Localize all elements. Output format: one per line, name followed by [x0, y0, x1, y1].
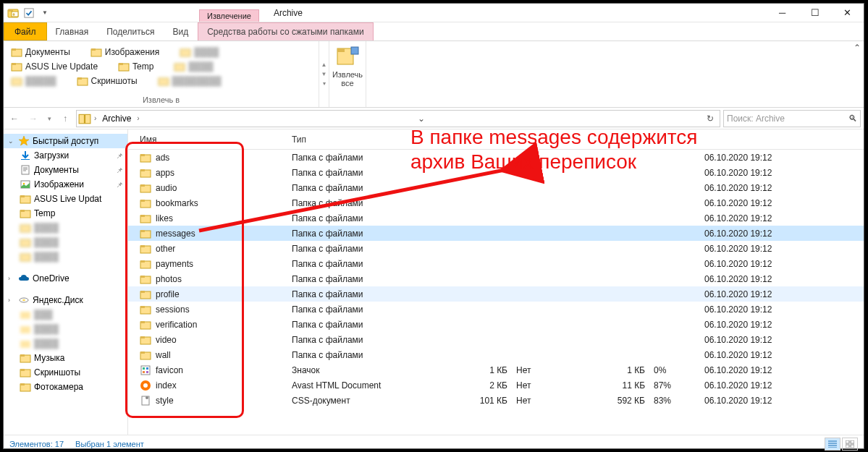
- file-rows[interactable]: adsПапка с файлами06.10.2020 19:12appsПа…: [128, 150, 864, 435]
- ribbon-tab-home[interactable]: Главная: [47, 22, 98, 40]
- scroll-up-icon[interactable]: ▲: [321, 61, 327, 68]
- nav-camera[interactable]: Фотокамера: [4, 380, 127, 394]
- file-row[interactable]: wallПапка с файлами06.10.2020 19:12: [128, 347, 864, 362]
- extract-dest[interactable]: Изображения: [89, 46, 161, 59]
- refresh-button[interactable]: ↻: [702, 114, 718, 124]
- nav-screenshots[interactable]: Скриншоты: [4, 365, 127, 380]
- svg-rect-37: [20, 326, 30, 333]
- breadcrumb-item[interactable]: Archive: [99, 111, 134, 127]
- extract-dest[interactable]: Temp: [117, 60, 155, 73]
- search-box[interactable]: Поиск: Archive 🔍︎: [723, 110, 861, 127]
- file-row[interactable]: audioПапка с файлами06.10.2020 19:12: [128, 180, 864, 195]
- breadcrumb-sep[interactable]: ›: [135, 114, 140, 122]
- col-csize[interactable]: [468, 129, 512, 149]
- extract-dest[interactable]: ████: [178, 46, 220, 59]
- nav-yandex[interactable]: ›Яндекс.Диск: [4, 293, 127, 307]
- folder-icon: [140, 304, 151, 315]
- nav-label: Музыка: [34, 353, 64, 363]
- status-count: Элементов: 17: [9, 440, 64, 448]
- scroll-down-icon[interactable]: ▼: [321, 71, 327, 77]
- col-type[interactable]: Тип: [287, 129, 468, 149]
- col-date[interactable]: [700, 129, 794, 149]
- folder-icon: [140, 289, 151, 300]
- col-name[interactable]: Имя: [128, 129, 287, 149]
- col-folder[interactable]: [512, 129, 577, 149]
- extract-dest[interactable]: ████████: [156, 74, 223, 88]
- file-row[interactable]: sessionsПапка с файлами06.10.2020 19:12: [128, 302, 864, 317]
- avast-icon: [140, 380, 151, 391]
- ribbon-tab-view[interactable]: Вид: [164, 22, 198, 40]
- zip-icon: [78, 112, 91, 125]
- nav-quick-access[interactable]: ⌄Быстрый доступ: [4, 134, 127, 148]
- recent-locations-button[interactable]: ▾: [44, 111, 54, 127]
- file-row[interactable]: otherПапка с файлами06.10.2020 19:12: [128, 241, 864, 256]
- back-button[interactable]: ←: [7, 111, 22, 127]
- nav-item[interactable]: ████: [4, 235, 127, 250]
- file-name: apps: [156, 168, 174, 178]
- ribbon-tab-file[interactable]: Файл: [4, 22, 47, 40]
- file-row[interactable]: photosПапка с файлами06.10.2020 19:12: [128, 271, 864, 286]
- address-bar[interactable]: › Archive › ⌄ ↻: [76, 110, 720, 127]
- ribbon-tab-compressed[interactable]: Средства работы со сжатыми папками: [198, 22, 374, 40]
- check-icon[interactable]: [22, 7, 35, 20]
- nav-onedrive[interactable]: ›OneDrive: [4, 271, 127, 286]
- nav-item[interactable]: ████: [4, 250, 127, 264]
- file-date: 06.10.2020 19:12: [700, 168, 794, 178]
- expand-icon[interactable]: ▾: [323, 80, 326, 87]
- nav-asus[interactable]: ASUS Live Updat: [4, 192, 127, 206]
- file-date: 06.10.2020 19:12: [700, 335, 794, 345]
- nav-item[interactable]: ████: [4, 336, 127, 351]
- ribbon-collapse-button[interactable]: ⌃: [854, 43, 861, 53]
- svg-point-79: [143, 383, 148, 388]
- file-row[interactable]: videoПапка с файлами06.10.2020 19:12: [128, 332, 864, 347]
- extract-dest[interactable]: Скриншоты: [75, 74, 139, 88]
- view-icons-button[interactable]: [842, 438, 858, 451]
- file-row[interactable]: bookmarksПапка с файлами06.10.2020 19:12: [128, 195, 864, 210]
- up-button[interactable]: ↑: [57, 111, 73, 127]
- extract-all-button[interactable]: Извлечь все: [329, 41, 366, 90]
- file-row[interactable]: paymentsПапка с файлами06.10.2020 19:12: [128, 256, 864, 271]
- navigation-pane[interactable]: ⌄Быстрый доступ Загрузки📌︎ Документы📌︎ И…: [4, 129, 128, 435]
- star-icon: [18, 135, 30, 147]
- nav-documents[interactable]: Документы📌︎: [4, 163, 127, 177]
- file-row[interactable]: faviconЗначок1 КБНет1 КБ0%06.10.2020 19:…: [128, 362, 864, 378]
- file-row[interactable]: appsПапка с файлами06.10.2020 19:12: [128, 165, 864, 180]
- nav-music[interactable]: Музыка: [4, 351, 127, 365]
- nav-temp[interactable]: Temp: [4, 206, 127, 221]
- nav-label: Документы: [34, 165, 79, 175]
- file-row[interactable]: messagesПапка с файлами06.10.2020 19:12: [128, 226, 864, 241]
- breadcrumb-sep[interactable]: ›: [93, 114, 98, 122]
- ribbon-tab-share[interactable]: Поделиться: [98, 22, 164, 40]
- chevron-down-icon[interactable]: ▼: [38, 7, 51, 20]
- nav-item[interactable]: ████: [4, 221, 127, 235]
- nav-item[interactable]: ███: [4, 307, 127, 322]
- file-row[interactable]: styleCSS-документ101 КБНет592 КБ83%06.10…: [128, 393, 864, 408]
- file-row[interactable]: verificationПапка с файлами06.10.2020 19…: [128, 317, 864, 332]
- file-row[interactable]: profileПапка с файлами06.10.2020 19:12: [128, 286, 864, 302]
- file-type: Папка с файлами: [287, 198, 468, 208]
- maximize-button[interactable]: ☐: [799, 4, 831, 22]
- history-dropdown-button[interactable]: ⌄: [413, 114, 429, 124]
- col-ratio[interactable]: [649, 129, 700, 149]
- context-tab-extract[interactable]: Извлечение: [199, 9, 259, 22]
- file-osize: 11 КБ: [577, 380, 649, 391]
- file-row[interactable]: adsПапка с файлами06.10.2020 19:12: [128, 150, 864, 165]
- nav-item[interactable]: ████: [4, 322, 127, 336]
- content-area: ⌄Быстрый доступ Загрузки📌︎ Документы📌︎ И…: [4, 129, 864, 435]
- extract-dest[interactable]: Документы: [9, 46, 72, 59]
- col-osize[interactable]: [577, 129, 649, 149]
- file-row[interactable]: indexAvast HTML Document2 КБНет11 КБ87%0…: [128, 378, 864, 393]
- extract-dest[interactable]: ████: [172, 60, 214, 73]
- nav-downloads[interactable]: Загрузки📌︎: [4, 148, 127, 163]
- nav-pictures[interactable]: Изображени📌︎: [4, 177, 127, 192]
- forward-button[interactable]: →: [25, 111, 41, 127]
- extract-dest[interactable]: ASUS Live Update: [9, 60, 99, 73]
- statusbar: Элементов: 17 Выбран 1 элемент: [4, 435, 864, 452]
- extract-dest[interactable]: █████: [9, 74, 58, 88]
- file-name: verification: [156, 320, 197, 330]
- file-row[interactable]: likesПапка с файлами06.10.2020 19:12: [128, 210, 864, 226]
- minimize-button[interactable]: ─: [766, 4, 799, 22]
- pin-icon: 📌︎: [116, 152, 123, 160]
- view-details-button[interactable]: [825, 438, 840, 451]
- close-button[interactable]: ✕: [831, 4, 864, 22]
